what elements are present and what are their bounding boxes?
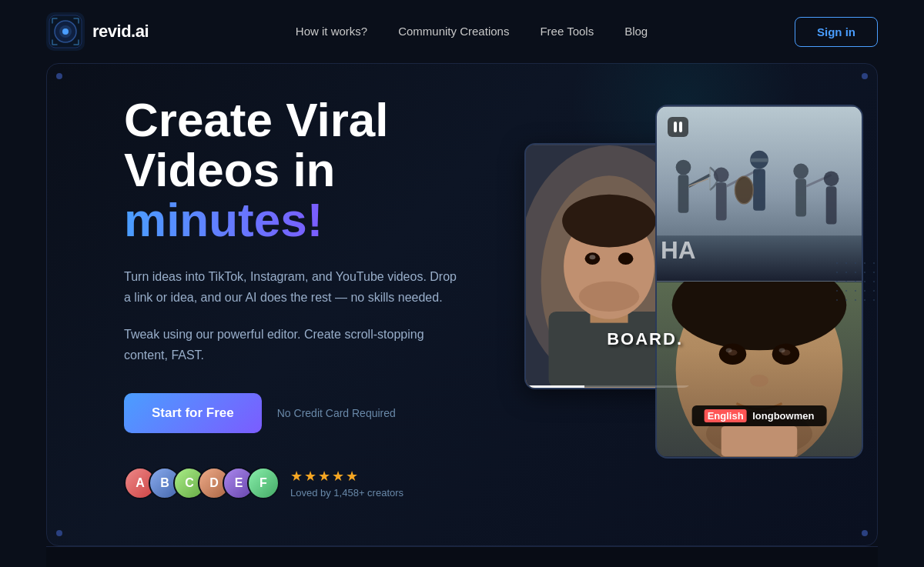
face-scene-svg — [657, 282, 862, 457]
corner-dot-tr — [862, 73, 868, 79]
nav-links: How it works? Community Creations Free T… — [296, 25, 648, 38]
hero-title: Create Viral Videos in minutes! — [124, 95, 524, 245]
star-2: ★ — [304, 468, 316, 485]
star-3: ★ — [318, 468, 330, 485]
hero-description-1: Turn ideas into TikTok, Instagram, and Y… — [124, 266, 463, 308]
subtitle-rest-word: longbowmen — [752, 410, 814, 422]
social-proof-label: Loved by 1,458+ creators — [290, 487, 403, 499]
nav-free-tools[interactable]: Free Tools — [540, 25, 594, 38]
logo[interactable]: revid.ai — [46, 12, 149, 51]
sign-in-button[interactable]: Sign in — [795, 17, 878, 47]
navbar: revid.ai How it works? Community Creatio… — [0, 0, 924, 63]
avatars-stack: A B C D E F — [124, 467, 280, 499]
hero-title-line1: Create Viral — [124, 93, 389, 146]
star-1: ★ — [290, 468, 303, 485]
logo-icon — [46, 12, 85, 51]
svg-point-18 — [676, 160, 691, 175]
svg-point-30 — [735, 176, 753, 203]
svg-rect-35 — [826, 186, 837, 224]
svg-rect-28 — [750, 158, 768, 162]
svg-rect-29 — [753, 169, 765, 211]
star-5: ★ — [346, 468, 358, 485]
svg-point-45 — [779, 348, 785, 352]
svg-point-23 — [714, 168, 729, 183]
bottom-strip — [46, 546, 878, 567]
board-text-overlay: BOARD. — [526, 329, 692, 349]
svg-point-13 — [618, 252, 634, 265]
subtitle-english-word: English — [705, 409, 747, 422]
logo-text-label: revid.ai — [92, 22, 149, 42]
svg-rect-19 — [678, 175, 689, 212]
social-proof: A B C D E F ★ ★ ★ ★ ★ Loved by 1,458+ cr… — [124, 467, 524, 499]
video-scene-bottom: English longbowmen — [657, 282, 862, 457]
svg-point-14 — [589, 255, 595, 259]
svg-point-11 — [562, 195, 656, 248]
nav-blog[interactable]: Blog — [624, 25, 648, 38]
social-proof-text: ★ ★ ★ ★ ★ Loved by 1,458+ creators — [290, 468, 403, 499]
corner-dot-br — [862, 530, 868, 536]
svg-point-31 — [793, 164, 808, 179]
svg-rect-48 — [721, 426, 798, 456]
svg-point-44 — [726, 348, 732, 352]
star-4: ★ — [332, 468, 344, 485]
hero-right-visuals: BOARD. — [524, 105, 863, 489]
video-scene-top: HA — [657, 106, 862, 282]
hero-title-minutes: minutes! — [124, 193, 323, 246]
nav-community-creations[interactable]: Community Creations — [398, 25, 509, 38]
svg-point-4 — [62, 28, 69, 35]
svg-point-46 — [750, 375, 768, 387]
hero-title-line2: Videos in minutes! — [124, 143, 336, 246]
stars-row: ★ ★ ★ ★ ★ — [290, 468, 403, 485]
svg-text:HA: HA — [661, 236, 696, 264]
pause-button-overlay[interactable] — [668, 117, 688, 137]
svg-point-34 — [824, 171, 839, 186]
svg-point-15 — [579, 282, 640, 312]
progress-bar-fill — [526, 385, 584, 388]
subtitle-overlay: English longbowmen — [692, 405, 827, 426]
nav-how-it-works[interactable]: How it works? — [296, 25, 367, 38]
pause-bar-right — [679, 122, 682, 132]
grid-accent — [832, 258, 879, 305]
cta-row: Start for Free No Credit Card Required — [124, 393, 524, 433]
hero-section: Create Viral Videos in minutes! Turn ide… — [46, 63, 878, 546]
hero-description-2: Tweak using our powerful editor. Create … — [124, 324, 463, 365]
svg-rect-24 — [716, 182, 727, 220]
no-credit-label: No Credit Card Required — [277, 407, 396, 419]
svg-rect-32 — [795, 178, 806, 216]
avatar-6: F — [247, 467, 280, 499]
start-free-button[interactable]: Start for Free — [124, 393, 262, 433]
hero-title-videos-in: Videos in — [124, 143, 336, 196]
hero-left-content: Create Viral Videos in minutes! Turn ide… — [124, 95, 524, 499]
secondary-progress-bar — [526, 385, 692, 388]
pause-bar-left — [674, 122, 677, 132]
